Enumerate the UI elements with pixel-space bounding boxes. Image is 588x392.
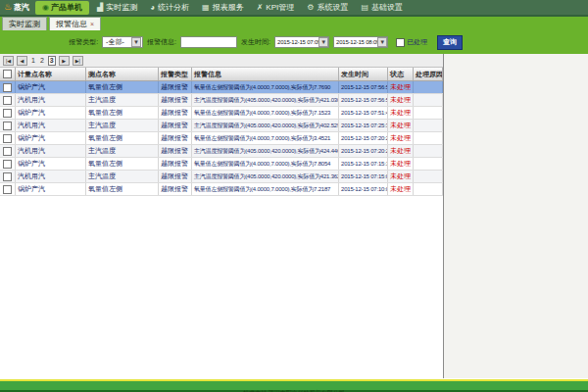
cell-alarm-type: 越限报警 (159, 171, 192, 182)
row-checkbox-cell (0, 132, 16, 144)
close-icon[interactable]: × (90, 21, 94, 27)
table-row[interactable]: 锅炉产汽 氧量值左侧 越限报警 氧量值左侧报警阈值为(4.0000,7.0000… (0, 81, 443, 94)
cell-reason (414, 81, 443, 93)
pager-next-button[interactable]: ▶ (59, 56, 70, 66)
report-grid-icon: ▦ (202, 4, 210, 12)
header-cell[interactable]: 报警信息 (192, 68, 339, 80)
header-cell[interactable]: 测点名称 (86, 68, 159, 80)
cell-alarm-type: 越限报警 (159, 107, 192, 119)
tab-alarm-info[interactable]: 报警信息 × (49, 17, 101, 30)
table-row[interactable]: 汽机用汽 主汽温度 越限报警 主汽温度报警阈值为(405.0000,420.00… (0, 120, 443, 132)
cell-meter-point: 锅炉产汽 (16, 158, 86, 170)
row-checkbox[interactable] (3, 96, 12, 105)
pager-page[interactable]: 1 (30, 57, 36, 64)
pager-prev-button[interactable]: ◀ (17, 56, 27, 66)
tab-realtime-monitor[interactable]: 实时监测 (2, 17, 47, 30)
cell-reason (414, 183, 443, 195)
cell-reason (414, 132, 443, 144)
alarm-info-input[interactable] (180, 36, 237, 48)
cell-meter-point: 锅炉产汽 (16, 132, 86, 144)
alarm-type-select[interactable]: -全部- ▼ (102, 36, 143, 48)
time-to-input[interactable]: 2015-12-15 08:09 ▼ (333, 36, 388, 48)
menu-item-label: 实时监测 (106, 2, 137, 13)
kpi-icon: ✗ (257, 4, 264, 12)
pager-last-button[interactable]: ▶| (73, 56, 83, 66)
table-row[interactable]: 锅炉产汽 氧量值左侧 越限报警 氧量值左侧报警阈值为(4.0000,7.0000… (0, 183, 443, 196)
cell-time: 2015-12-15 07:15:09 (339, 171, 388, 182)
product-button-label: 产品单机 (51, 2, 82, 13)
header-bar: ♨ 蒸汽 ◉ 产品单机 ▟ 实时监测 ◕ 统计分析 ▦ 报表服务 ✗ KPI管理… (0, 0, 588, 15)
table-body: 锅炉产汽 氧量值左侧 越限报警 氧量值左侧报警阈值为(4.0000,7.0000… (0, 81, 443, 378)
menu-item[interactable]: ▦ 报表服务 (202, 2, 244, 13)
header-cell[interactable]: 处理原因 (414, 68, 443, 80)
menu-item[interactable]: ▟ 实时监测 (97, 2, 137, 13)
cell-alarm-type: 越限报警 (159, 81, 192, 93)
cell-alarm-type: 越限报警 (159, 158, 192, 170)
chevron-down-icon[interactable]: ▼ (318, 37, 328, 47)
menu-item[interactable]: ⚙ 系统设置 (307, 2, 348, 13)
header-cell[interactable]: 发生时间 (339, 68, 388, 80)
header-cell[interactable]: 计量点名称 (16, 68, 86, 80)
cell-status: 未处理 (388, 171, 414, 182)
menu-item[interactable]: ◕ 统计分析 (150, 2, 189, 13)
cell-reason (414, 158, 443, 170)
table-row[interactable]: 汽机用汽 主汽温度 越限报警 主汽温度报警阈值为(405.0000,420.00… (0, 145, 443, 158)
menu-item[interactable]: ✗ KPI管理 (257, 2, 295, 13)
cell-status: 未处理 (388, 107, 414, 119)
time-from-value: 2015-12-15 07:09 (277, 39, 318, 45)
side-panel (444, 54, 588, 378)
table-row[interactable]: 锅炉产汽 氧量值左侧 越限报警 氧量值左侧报警阈值为(4.0000,7.0000… (0, 132, 443, 145)
handled-label: 已处理 (407, 37, 427, 47)
row-checkbox[interactable] (3, 185, 12, 194)
row-checkbox-cell (0, 183, 16, 195)
flame-icon: ♨ (4, 3, 12, 12)
table-header: 计量点名称测点名称报警类型报警信息发生时间状态处理原因 (0, 68, 443, 81)
chevron-down-icon[interactable]: ▼ (131, 37, 141, 47)
table-row[interactable]: 汽机用汽 主汽温度 越限报警 主汽温度报警阈值为(405.0000,420.00… (0, 171, 443, 183)
table-row[interactable]: 汽机用汽 主汽温度 越限报警 主汽温度报警阈值为(405.0000,420.00… (0, 94, 443, 107)
row-checkbox[interactable] (3, 83, 12, 92)
row-checkbox[interactable] (3, 160, 12, 169)
cell-time: 2015-12-15 07:20:22 (339, 145, 388, 157)
cell-sensor: 氧量值左侧 (86, 183, 159, 195)
cell-alarm-type: 越限报警 (159, 145, 192, 157)
table-row[interactable]: 锅炉产汽 氧量值左侧 越限报警 氧量值左侧报警阈值为(4.0000,7.0000… (0, 107, 443, 120)
cell-meter-point: 锅炉产汽 (16, 107, 86, 119)
chevron-down-icon[interactable]: ▼ (377, 37, 387, 47)
product-button[interactable]: ◉ 产品单机 (35, 1, 89, 15)
data-grid: |◀ ◀ 123 ▶ ▶| 计量点名称测点名称报警类型报警信息发生时间状态处理原… (0, 54, 444, 378)
header-cell[interactable]: 状态 (388, 68, 414, 80)
handled-checkbox[interactable] (396, 38, 405, 47)
row-checkbox-cell (0, 107, 16, 119)
row-checkbox[interactable] (3, 134, 12, 143)
select-value: -全部- (106, 37, 124, 47)
menu-item[interactable]: ▤ 基础设置 (361, 2, 403, 13)
cell-alarm-type: 越限报警 (159, 183, 192, 195)
row-checkbox[interactable] (3, 147, 12, 156)
cell-status: 未处理 (388, 145, 414, 157)
cell-status: 未处理 (388, 132, 414, 144)
cell-status: 未处理 (388, 81, 414, 93)
pager-page[interactable]: 2 (39, 57, 45, 64)
search-button[interactable]: 查询 (437, 35, 463, 50)
row-checkbox-cell (0, 158, 16, 170)
tab-bar: 实时监测 报警信息 × (0, 15, 588, 30)
cell-alarm-info: 主汽温度报警阈值为(405.0000,420.0000),实际值为402.529… (192, 120, 339, 131)
cell-meter-point: 汽机用汽 (16, 171, 86, 182)
table-row[interactable]: 锅炉产汽 氧量值左侧 越限报警 氧量值左侧报警阈值为(4.0000,7.0000… (0, 158, 443, 171)
pager-page[interactable]: 3 (48, 56, 56, 66)
gear-icon: ⚙ (307, 4, 314, 12)
cell-meter-point: 汽机用汽 (16, 94, 86, 106)
cell-alarm-info: 主汽温度报警阈值为(405.0000,420.0000),实际值为421.362… (192, 171, 339, 182)
time-from-input[interactable]: 2015-12-15 07:09 ▼ (274, 36, 329, 48)
cell-sensor: 主汽温度 (86, 94, 159, 106)
pager-first-button[interactable]: |◀ (3, 56, 14, 66)
header-cell[interactable]: 报警类型 (159, 68, 192, 80)
row-checkbox[interactable] (3, 172, 12, 181)
row-checkbox[interactable] (3, 122, 12, 130)
cell-sensor: 主汽温度 (86, 120, 159, 131)
row-checkbox[interactable] (3, 109, 12, 118)
time-label: 发生时间: (241, 37, 270, 47)
product-icon: ◉ (42, 4, 49, 12)
select-all-checkbox[interactable] (3, 70, 12, 78)
